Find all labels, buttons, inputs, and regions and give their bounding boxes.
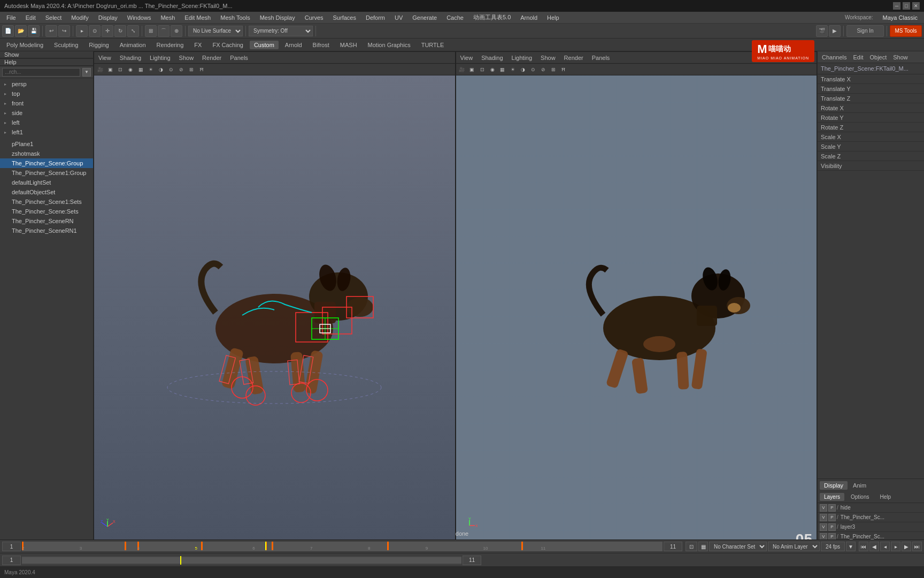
prev-frame-button[interactable]: ◀ xyxy=(869,542,879,551)
sub-tab-help[interactable]: Help xyxy=(875,493,895,501)
next-key-button[interactable]: ▸ xyxy=(891,542,900,551)
go-start-button[interactable]: ⏮ xyxy=(859,542,868,551)
vp2-view-menu[interactable]: View xyxy=(458,54,475,62)
vp2-render-menu[interactable]: Render xyxy=(562,54,586,62)
shelf-turtle[interactable]: TURTLE xyxy=(417,41,449,49)
vp2-camera-button[interactable]: 🎥 xyxy=(457,65,467,74)
select-tool[interactable]: ▸ xyxy=(76,25,88,37)
prev-key-button[interactable]: ◂ xyxy=(880,542,890,551)
menu-generate[interactable]: Generate xyxy=(408,13,441,22)
outliner-item-default-object-set[interactable]: defaultObjectSet xyxy=(0,187,93,197)
layer-hide-vis[interactable]: V xyxy=(820,504,827,512)
outliner-options-button[interactable]: ▼ xyxy=(82,68,91,77)
no-anim-layer-dropdown[interactable]: No Anim Layer xyxy=(768,542,820,551)
outliner-item-pincher1-group[interactable]: The_Pincher_Scene1:Group xyxy=(0,168,93,178)
viewport-left1x[interactable]: View Shading Lighting Show Render Panels… xyxy=(456,51,818,551)
playback-end-frame[interactable] xyxy=(463,556,481,565)
vp-light-button[interactable]: ☀ xyxy=(146,65,156,74)
vp-panels-menu[interactable]: Panels xyxy=(228,54,250,62)
vp2-hud-button[interactable]: Ħ xyxy=(559,65,568,74)
menu-file[interactable]: File xyxy=(2,13,20,22)
menu-edit-mesh[interactable]: Edit Mesh xyxy=(180,13,215,22)
menu-edit[interactable]: Edit xyxy=(21,13,40,22)
menu-surfaces[interactable]: Surfaces xyxy=(329,13,360,22)
undo-button[interactable]: ↩ xyxy=(45,25,57,37)
outliner-item-persp[interactable]: ▸ persp xyxy=(0,79,93,89)
tab-anim[interactable]: Anim xyxy=(849,481,871,490)
menu-anim-tools[interactable]: 动画工具表5.0 xyxy=(469,12,515,22)
move-tool[interactable]: ✛ xyxy=(102,25,113,37)
shelf-fx-caching[interactable]: FX Caching xyxy=(208,41,247,49)
timeline-start-frame[interactable] xyxy=(2,542,21,551)
vp-view-menu[interactable]: View xyxy=(96,54,113,62)
next-frame-button[interactable]: ▶ xyxy=(902,542,911,551)
menu-mesh-display[interactable]: Mesh Display xyxy=(256,13,299,22)
viewport-persp[interactable]: View Shading Lighting Show Render Panels… xyxy=(94,51,456,551)
symmetry-dropdown[interactable]: Symmetry: Off xyxy=(249,26,313,36)
minimize-button[interactable]: ─ xyxy=(893,2,900,10)
shelf-rigging[interactable]: Rigging xyxy=(84,41,113,49)
vp-select-button[interactable]: ▣ xyxy=(105,65,115,74)
vp2-grid-button[interactable]: ⊞ xyxy=(549,65,558,74)
vp2-isolate-button[interactable]: ⊘ xyxy=(538,65,548,74)
layer-layer3-type[interactable]: P xyxy=(828,523,836,531)
menu-cache[interactable]: Cache xyxy=(442,13,468,22)
playback-range-bar[interactable] xyxy=(22,556,461,565)
vp-show-menu[interactable]: Show xyxy=(177,54,196,62)
vp2-shading-menu[interactable]: Shading xyxy=(479,54,505,62)
help-button[interactable]: Help xyxy=(0,58,93,66)
shelf-motion-graphics[interactable]: Motion Graphics xyxy=(364,41,415,49)
outliner-item-side[interactable]: ▸ side xyxy=(0,108,93,118)
outliner-item-zshotmask[interactable]: zshotmask xyxy=(0,149,93,158)
sign-in-button[interactable]: Sign In xyxy=(846,25,884,37)
vp2-light-button[interactable]: ☀ xyxy=(508,65,518,74)
outliner-item-pincher-rn[interactable]: The_Pincher_SceneRN xyxy=(0,216,93,226)
menu-display[interactable]: Display xyxy=(94,13,122,22)
layer-hide-type[interactable]: P xyxy=(828,504,836,512)
timeline-bar[interactable]: 2 3 4 5 6 7 8 9 10 11 xyxy=(22,542,663,551)
outliner-item-pincher-group[interactable]: The_Pincher_Scene:Group xyxy=(0,158,93,168)
menu-uv[interactable]: UV xyxy=(390,13,407,22)
timeline-end-frame[interactable] xyxy=(664,542,682,551)
rotate-tool[interactable]: ↻ xyxy=(114,25,126,37)
ch-show[interactable]: Show xyxy=(891,53,910,62)
vp2-shadow-button[interactable]: ◑ xyxy=(518,65,528,74)
menu-modify[interactable]: Modify xyxy=(67,13,93,22)
shelf-custom[interactable]: Custom xyxy=(250,41,279,49)
vp2-lighting-menu[interactable]: Lighting xyxy=(510,54,535,62)
render-button[interactable]: 🎬 xyxy=(816,25,828,37)
menu-windows[interactable]: Windows xyxy=(123,13,156,22)
outliner-item-front[interactable]: ▸ front xyxy=(0,98,93,108)
anim-mode-button[interactable]: ⊡ xyxy=(686,542,697,551)
vp-grid-button[interactable]: ⊞ xyxy=(187,65,196,74)
vp2-wireframe-button[interactable]: ⊡ xyxy=(478,65,487,74)
fps-dropdown-button[interactable]: ▼ xyxy=(846,542,856,551)
save-button[interactable]: 💾 xyxy=(28,25,40,37)
redo-button[interactable]: ↪ xyxy=(58,25,70,37)
outliner-item-top[interactable]: ▸ top xyxy=(0,89,93,98)
vp-shading-menu[interactable]: Shading xyxy=(118,54,143,62)
layer-layer3-vis[interactable]: V xyxy=(820,523,827,531)
ch-channels[interactable]: Channels xyxy=(820,53,849,62)
layer-pincher-sc-1-type[interactable]: P xyxy=(828,514,836,521)
vp-camera-button[interactable]: 🎥 xyxy=(95,65,105,74)
shelf-fx[interactable]: FX xyxy=(190,41,206,49)
vp-hud-button[interactable]: Ħ xyxy=(197,65,206,74)
outliner-item-left[interactable]: ▸ left xyxy=(0,118,93,127)
workspace-value[interactable]: Maya Classic xyxy=(879,13,922,22)
snap-point-button[interactable]: ⊕ xyxy=(171,25,182,37)
shelf-rendering[interactable]: Rendering xyxy=(152,41,188,49)
sub-tab-options[interactable]: Options xyxy=(846,493,873,501)
outliner-item-default-light-set[interactable]: defaultLightSet xyxy=(0,178,93,187)
menu-mesh[interactable]: Mesh xyxy=(156,13,179,22)
vp2-show-menu[interactable]: Show xyxy=(538,54,558,62)
menu-select[interactable]: Select xyxy=(41,13,66,22)
ms-tools-button[interactable]: MS Tools xyxy=(890,25,922,37)
vp2-texture-button[interactable]: ▦ xyxy=(498,65,507,74)
ch-edit[interactable]: Edit xyxy=(851,53,865,62)
outliner-item-pplane1[interactable]: pPlane1 xyxy=(0,139,93,149)
key-mode-button[interactable]: ▦ xyxy=(698,542,708,551)
no-character-set-dropdown[interactable]: No Character Set xyxy=(709,542,767,551)
snap-curve-button[interactable]: ⌒ xyxy=(158,25,170,37)
go-end-button[interactable]: ⏭ xyxy=(912,542,922,551)
